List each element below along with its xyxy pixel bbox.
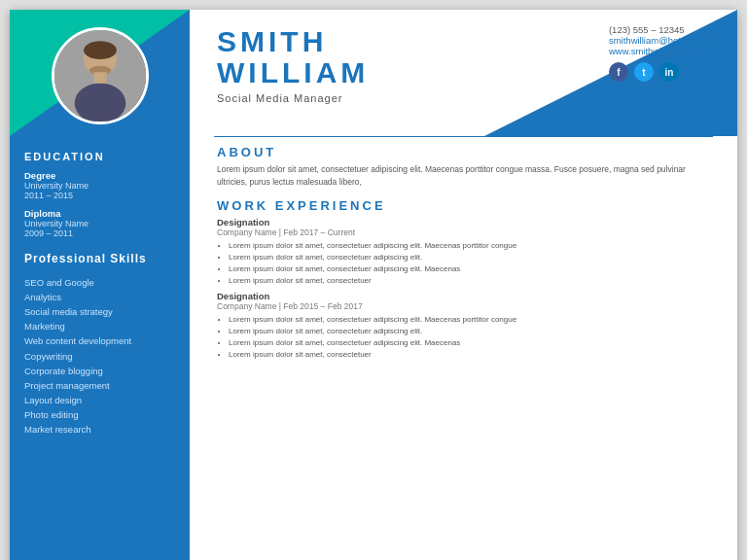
bullet-1-1: Lorem ipsum dolor sit amet, consectetuer… <box>229 252 713 263</box>
skill-3: Marketing <box>24 319 175 333</box>
skill-1: Analytics <box>24 290 175 304</box>
svg-point-6 <box>74 84 125 122</box>
svg-point-4 <box>84 41 117 59</box>
work-bullets-1: Lorem ipsum dolor sit amet, consectetuer… <box>229 240 713 287</box>
phone: (123) 555 – 12345 <box>609 24 718 35</box>
website: www.smithwilliam.com <box>609 46 718 56</box>
resume-page: EDUCATION Degree University Name 2011 – … <box>10 10 737 560</box>
work-heading: WORK EXPERIENCE <box>217 198 713 213</box>
bullet-1-0: Lorem ipsum dolor sit amet, consectetuer… <box>229 240 713 252</box>
bullet-2-3: Lorem ipsum dolor sit amet, consectetuer <box>229 349 713 361</box>
name-block: SMITH WILLIAM Social Media Manager <box>217 27 369 104</box>
contact-block: (123) 555 – 12345 smithwilliam@hotmail.c… <box>609 24 718 82</box>
work-entry-2: Designation Company Name | Feb 2015 – Fe… <box>217 291 713 361</box>
skill-4: Web content development <box>24 333 175 348</box>
skill-2: Social media strategy <box>24 304 175 319</box>
last-name: WILLIAM <box>217 56 369 88</box>
svg-rect-7 <box>93 72 106 83</box>
edu-years-1: 2011 – 2015 <box>24 191 175 200</box>
job-title: Social Media Manager <box>217 92 369 104</box>
edu-entry-2: Diploma University Name 2009 – 2011 <box>24 208 175 238</box>
main-body: ABOUT Lorem ipsum dolor sit amet, consec… <box>190 137 737 372</box>
sidebar-top <box>10 10 190 136</box>
bullet-2-2: Lorem ipsum dolor sit amet, consectetuer… <box>229 337 713 349</box>
skills-list: SEO and Google Analytics Social media st… <box>24 275 175 438</box>
work-designation-1: Designation <box>217 217 713 228</box>
bullet-2-1: Lorem ipsum dolor sit amet, consectetuer… <box>229 326 713 337</box>
education-section-title: EDUCATION <box>24 151 175 162</box>
sidebar-content: EDUCATION Degree University Name 2011 – … <box>10 136 190 560</box>
skills-section-title: Professional Skills <box>24 252 175 267</box>
work-bullets-2: Lorem ipsum dolor sit amet, consectetuer… <box>229 314 713 361</box>
skill-8: Layout design <box>24 393 175 407</box>
social-icons: f t in <box>609 62 718 82</box>
edu-degree-2: Diploma <box>24 208 175 219</box>
about-heading: ABOUT <box>217 145 713 159</box>
edu-school-2: University Name <box>24 219 175 228</box>
edu-school-1: University Name <box>24 181 175 191</box>
edu-entry-1: Degree University Name 2011 – 2015 <box>24 170 175 200</box>
bullet-2-0: Lorem ipsum dolor sit amet, consectetuer… <box>229 314 713 326</box>
about-text: Lorem ipsum dolor sit amet, consectetuer… <box>217 163 713 189</box>
work-company-2: Company Name | Feb 2015 – Feb 2017 <box>217 301 713 311</box>
skill-9: Photo editing <box>24 407 175 422</box>
skill-0: SEO and Google <box>24 275 175 290</box>
main-content: SMITH WILLIAM Social Media Manager (123)… <box>190 10 737 560</box>
linkedin-icon[interactable]: in <box>659 62 679 82</box>
skill-6: Corporate blogging <box>24 364 175 378</box>
skill-10: Market research <box>24 422 175 437</box>
facebook-icon[interactable]: f <box>609 62 628 82</box>
bullet-1-3: Lorem ipsum dolor sit amet, consectetuer <box>229 275 713 287</box>
avatar <box>52 27 149 124</box>
email: smithwilliam@hotmail.com <box>609 35 718 46</box>
bullet-1-2: Lorem ipsum dolor sit amet, consectetuer… <box>229 263 713 275</box>
twitter-icon[interactable]: t <box>634 62 654 82</box>
edu-degree-1: Degree <box>24 170 175 181</box>
education-list: Degree University Name 2011 – 2015 Diplo… <box>24 170 175 238</box>
edu-years-2: 2009 – 2011 <box>24 228 175 238</box>
header-area: SMITH WILLIAM Social Media Manager (123)… <box>190 10 737 136</box>
work-designation-2: Designation <box>217 291 713 301</box>
skill-5: Copywriting <box>24 349 175 364</box>
sidebar: EDUCATION Degree University Name 2011 – … <box>10 10 190 560</box>
work-company-1: Company Name | Feb 2017 – Current <box>217 228 713 237</box>
work-entry-1: Designation Company Name | Feb 2017 – Cu… <box>217 217 713 287</box>
skill-7: Project management <box>24 378 175 393</box>
first-name: SMITH <box>217 27 369 56</box>
